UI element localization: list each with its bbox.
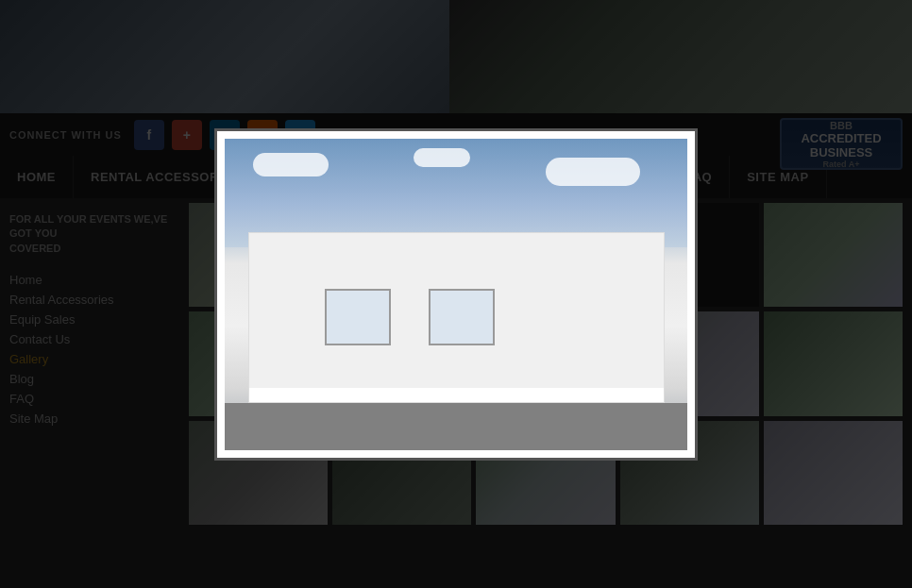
tent-window-left (325, 289, 391, 345)
tent-fabric (248, 232, 665, 404)
lightbox-image (225, 139, 687, 450)
parking-lot (225, 403, 687, 450)
lightbox-overlay[interactable] (0, 0, 912, 588)
cloud-3 (546, 158, 640, 186)
cloud-1 (253, 153, 329, 176)
lightbox (214, 128, 698, 461)
cloud-2 (414, 148, 470, 167)
tent-scallop (249, 388, 664, 402)
tent-window-right (429, 289, 495, 345)
